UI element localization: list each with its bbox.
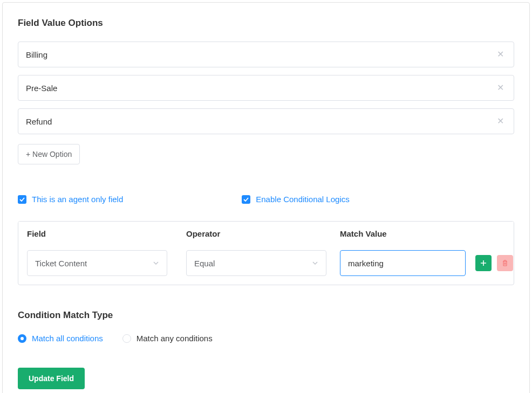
enable-conditional-label: Enable Conditional Logics bbox=[256, 195, 349, 204]
table-header: Field Operator Match Value bbox=[18, 222, 514, 246]
agent-only-label: This is an agent only field bbox=[32, 195, 123, 204]
match-any-label: Match any conditions bbox=[137, 334, 213, 343]
chevron-down-icon bbox=[312, 260, 318, 266]
match-any-radio[interactable]: Match any conditions bbox=[122, 334, 213, 343]
header-operator: Operator bbox=[186, 229, 340, 238]
operator-select[interactable]: Equal bbox=[186, 250, 326, 276]
radio-row: Match all conditions Match any condition… bbox=[18, 334, 514, 343]
checkbox-row: This is an agent only field Enable Condi… bbox=[18, 195, 514, 204]
field-select[interactable]: Ticket Content bbox=[27, 250, 167, 276]
enable-conditional-checkbox[interactable]: Enable Conditional Logics bbox=[242, 195, 349, 204]
plus-icon bbox=[480, 259, 487, 267]
section-title: Field Value Options bbox=[18, 18, 514, 29]
header-match-value: Match Value bbox=[340, 229, 458, 238]
option-input-billing[interactable] bbox=[26, 50, 495, 59]
option-row: ✕ bbox=[18, 108, 514, 134]
row-actions bbox=[466, 255, 513, 271]
chevron-down-icon bbox=[153, 260, 159, 266]
table-row: Ticket Content Equal bbox=[18, 246, 514, 285]
delete-condition-button[interactable] bbox=[497, 255, 513, 271]
match-type-title: Condition Match Type bbox=[18, 310, 514, 321]
update-field-button[interactable]: Update Field bbox=[18, 368, 85, 389]
field-select-value: Ticket Content bbox=[35, 259, 87, 268]
field-options-panel: Field Value Options ✕ ✕ ✕ + New Option T… bbox=[2, 2, 530, 393]
header-field: Field bbox=[27, 229, 186, 238]
conditions-table: Field Operator Match Value Ticket Conten… bbox=[18, 221, 514, 285]
close-icon[interactable]: ✕ bbox=[495, 115, 506, 128]
option-input-presale[interactable] bbox=[26, 84, 495, 93]
match-all-label: Match all conditions bbox=[32, 334, 103, 343]
radio-icon bbox=[122, 334, 131, 343]
match-value-input[interactable] bbox=[340, 250, 466, 276]
checkbox-icon bbox=[242, 195, 250, 204]
checkbox-icon bbox=[18, 195, 26, 204]
trash-icon bbox=[501, 259, 509, 267]
option-row: ✕ bbox=[18, 42, 514, 67]
add-condition-button[interactable] bbox=[475, 255, 492, 271]
close-icon[interactable]: ✕ bbox=[495, 81, 506, 94]
option-row: ✕ bbox=[18, 75, 514, 101]
option-input-refund[interactable] bbox=[26, 117, 495, 126]
agent-only-checkbox[interactable]: This is an agent only field bbox=[18, 195, 123, 204]
operator-select-value: Equal bbox=[194, 259, 215, 268]
close-icon[interactable]: ✕ bbox=[495, 48, 506, 61]
new-option-button[interactable]: + New Option bbox=[18, 144, 80, 164]
match-all-radio[interactable]: Match all conditions bbox=[18, 334, 103, 343]
radio-icon bbox=[18, 334, 26, 343]
